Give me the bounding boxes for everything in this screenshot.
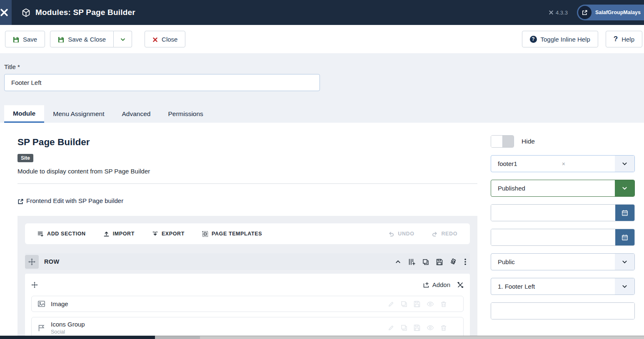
save-button[interactable]: Save <box>5 31 45 47</box>
settings-sidebar: Hide footer1 × Published <box>491 123 635 339</box>
redo-button[interactable]: REDO <box>432 230 457 237</box>
cube-icon <box>22 8 30 17</box>
add-section-button[interactable]: ADD SECTION <box>37 230 86 237</box>
tab-module[interactable]: Module <box>4 105 44 123</box>
access-select[interactable]: Public <box>491 253 635 270</box>
finish-publishing-input[interactable] <box>491 229 615 245</box>
chevron-down-icon <box>615 156 634 172</box>
tab-permissions[interactable]: Permissions <box>159 105 212 123</box>
save-options-dropdown[interactable] <box>114 31 132 47</box>
row-collapse-button[interactable] <box>395 258 401 265</box>
status-select[interactable]: Published <box>491 180 635 197</box>
ordering-value: 1. Footer Left <box>491 283 535 290</box>
save-icon[interactable] <box>414 301 420 307</box>
duplicate-icon <box>422 258 429 265</box>
page-builder-panel: ADD SECTION IMPORT EXPORT <box>17 216 477 339</box>
question-icon: ? <box>614 35 618 43</box>
hide-toggle[interactable] <box>491 135 514 148</box>
trash-icon[interactable] <box>440 324 447 331</box>
eye-icon[interactable] <box>427 324 434 331</box>
row-move-handle[interactable] <box>25 255 39 269</box>
flag-icon <box>37 324 45 332</box>
save-close-button[interactable]: Save & Close <box>50 31 114 47</box>
add-section-icon <box>37 230 44 237</box>
row-settings-button[interactable] <box>450 258 457 265</box>
undo-icon <box>388 230 394 237</box>
image-icon <box>37 300 45 308</box>
toggle-inline-help-button[interactable]: ? Toggle Inline Help <box>522 31 598 47</box>
page-templates-button[interactable]: PAGE TEMPLATES <box>202 230 262 237</box>
joomla-logo[interactable] <box>0 0 12 25</box>
redo-icon <box>432 230 438 237</box>
access-value: Public <box>491 258 515 265</box>
account-menu-button[interactable]: SalafGroupMalays <box>577 5 644 20</box>
close-button[interactable]: Close <box>145 31 185 47</box>
account-name: SalafGroupMalays <box>595 10 641 15</box>
external-link-icon <box>17 197 24 205</box>
page-title: Modules: SP Page Builder <box>35 8 135 17</box>
finish-calendar-button[interactable] <box>615 229 634 245</box>
row-add-column-button[interactable] <box>408 258 415 265</box>
bottom-strip-dark-segment <box>0 336 155 339</box>
clear-position-icon[interactable]: × <box>562 161 570 167</box>
bottom-scroll-strip[interactable] <box>0 336 644 339</box>
external-link-icon <box>578 6 592 19</box>
column-settings-button[interactable] <box>457 281 464 288</box>
builder-column: Addon Image <box>25 274 470 339</box>
start-publishing-input[interactable] <box>491 205 615 221</box>
undo-button[interactable]: UNDO <box>388 230 414 237</box>
module-description: Module to display content from SP Page B… <box>17 168 477 175</box>
row-menu-button[interactable] <box>464 258 467 265</box>
close-x-icon <box>152 36 158 43</box>
main-panel: SP Page Builder Site Module to display c… <box>0 123 477 339</box>
duplicate-icon[interactable] <box>401 324 407 331</box>
save-icon <box>13 35 19 43</box>
row-duplicate-button[interactable] <box>422 258 429 265</box>
addon-item-image[interactable]: Image <box>31 296 464 312</box>
site-badge: Site <box>17 154 33 162</box>
move-icon <box>31 281 38 288</box>
chevron-down-icon <box>120 35 126 43</box>
export-button[interactable]: EXPORT <box>152 230 185 237</box>
tab-menu-assignment[interactable]: Menu Assignment <box>44 105 113 123</box>
add-column-icon <box>408 258 415 265</box>
ordering-select[interactable]: 1. Footer Left <box>491 278 635 295</box>
top-navbar: Modules: SP Page Builder 4.3.3 SalafGrou… <box>0 0 644 25</box>
duplicate-icon[interactable] <box>401 301 407 307</box>
page-templates-icon <box>202 230 208 237</box>
chevron-down-icon <box>615 180 634 196</box>
tab-advanced[interactable]: Advanced <box>113 105 159 123</box>
joomla-version: 4.3.3 <box>549 10 568 16</box>
gear-icon <box>450 258 457 265</box>
status-value: Published <box>491 185 525 192</box>
row-label: ROW <box>44 258 60 265</box>
row-save-button[interactable] <box>436 258 443 265</box>
title-field-block: Title * <box>0 53 644 91</box>
calendar-icon <box>622 209 628 217</box>
eye-icon[interactable] <box>427 301 434 307</box>
hide-toggle-label: Hide <box>522 138 535 145</box>
add-addon-icon <box>423 281 429 288</box>
action-toolbar: Save Save & Close Close ? Toggle Inline … <box>0 25 644 53</box>
note-input[interactable] <box>491 303 634 319</box>
start-calendar-button[interactable] <box>615 205 634 221</box>
chevron-down-icon <box>615 254 634 270</box>
save-icon <box>58 35 64 43</box>
chevron-down-icon <box>615 278 634 294</box>
joomla-version-icon <box>549 10 554 15</box>
trash-icon[interactable] <box>440 301 447 307</box>
edit-icon[interactable] <box>388 301 394 307</box>
edit-icon[interactable] <box>388 324 394 331</box>
position-select[interactable]: footer1 × <box>491 155 635 172</box>
bottom-strip-mid-segment <box>155 336 200 339</box>
add-addon-button[interactable]: Addon <box>423 281 450 288</box>
frontend-edit-link[interactable]: Frontend Edit with SP Page builder <box>17 197 123 205</box>
tab-bar: Module Menu Assignment Advanced Permissi… <box>4 105 644 123</box>
question-circle-icon: ? <box>530 36 537 43</box>
addon-title: Image <box>51 300 68 307</box>
import-button[interactable]: IMPORT <box>103 230 135 237</box>
help-button[interactable]: ? Help <box>606 31 642 47</box>
save-icon[interactable] <box>414 324 420 331</box>
column-move-handle[interactable] <box>31 281 38 288</box>
title-input[interactable] <box>4 74 320 91</box>
